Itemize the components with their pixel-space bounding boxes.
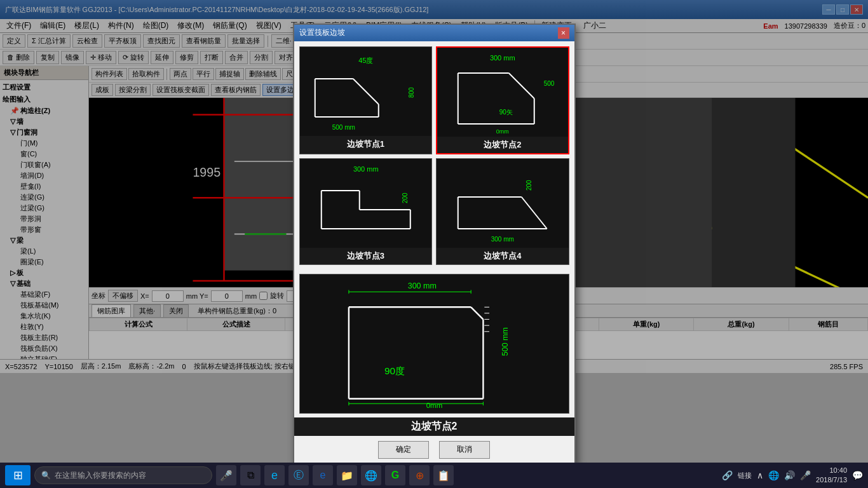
node-cell-4[interactable]: 200 300 mm 边坡节点4 (436, 158, 569, 265)
large-preview-label: 边坡节点2 (294, 417, 574, 436)
node-label-1: 边坡节点1 (300, 136, 432, 152)
svg-text:45度: 45度 (358, 57, 373, 64)
modal-footer: 确定 取消 (294, 436, 574, 464)
svg-text:300 mm: 300 mm (353, 165, 378, 173)
taskbar-edge[interactable]: e (264, 465, 285, 485)
taskbar-ie2[interactable]: e (313, 465, 333, 485)
svg-text:500: 500 (544, 80, 555, 87)
large-preview: 300 mm 500 mm 90度 (299, 274, 569, 414)
taskbar-network: 🌐 (768, 470, 779, 480)
taskbar-speaker: 🔊 (784, 470, 795, 480)
modal-title-text: 设置筏板边坡 (299, 27, 345, 38)
svg-text:90矢: 90矢 (499, 109, 513, 116)
taskbar-link-text: 链接 (738, 471, 752, 480)
taskbar-folder[interactable]: 📁 (337, 465, 357, 485)
modal-dialog: 设置筏板边坡 × 45度 500 mm (293, 24, 576, 465)
node-svg-4: 200 300 mm (437, 159, 569, 248)
svg-text:200: 200 (526, 179, 532, 190)
large-preview-svg: 300 mm 500 mm 90度 (300, 274, 569, 413)
taskbar-right: 🔗 链接 ∧ 🌐 🔊 🎤 10:40 2018/7/13 💬 (722, 466, 863, 485)
svg-line-38 (353, 79, 378, 104)
svg-text:90度: 90度 (384, 365, 404, 376)
taskbar-task-view[interactable]: ⧉ (240, 465, 261, 485)
svg-text:500 mm: 500 mm (500, 327, 509, 356)
svg-text:300 mm: 300 mm (407, 281, 436, 290)
modal-grid: 45度 500 mm 800 边坡节点1 (294, 41, 574, 270)
node-svg-3: 300 mm 200 (300, 159, 432, 248)
node-label-2: 边坡节点2 (437, 137, 568, 153)
node-svg-1: 45度 500 mm 800 (300, 47, 432, 136)
taskbar-notification[interactable]: 💬 (852, 470, 863, 480)
search-bar[interactable]: 🔍 在这里输入你要搜索的内容 (34, 466, 212, 484)
taskbar-link-icon: 🔗 (722, 470, 733, 480)
modal-title-bar: 设置筏板边坡 × (294, 25, 574, 41)
svg-text:0mm: 0mm (496, 128, 509, 135)
taskbar-app1[interactable]: ⊕ (409, 465, 430, 485)
svg-text:300 mm: 300 mm (491, 236, 514, 243)
taskbar-mic: 🎤 (800, 470, 811, 480)
svg-text:500 mm: 500 mm (332, 124, 355, 131)
start-button[interactable]: ⊞ (5, 465, 31, 485)
clock-time: 10:40 (816, 466, 847, 475)
node-svg-2: 300 mm 500 90矢 0mm (437, 48, 568, 137)
taskbar: ⊞ 🔍 在这里输入你要搜索的内容 🎤 ⧉ e Ⓔ e 📁 🌐 G ⊕ 📋 🔗 链… (0, 463, 868, 488)
system-clock: 10:40 2018/7/13 (816, 466, 847, 485)
modal-cancel-button[interactable]: 取消 (439, 441, 490, 459)
node-canvas-2: 300 mm 500 90矢 0mm (437, 48, 568, 137)
search-icon: 🔍 (41, 471, 51, 480)
node-label-4: 边坡节点4 (437, 248, 569, 264)
modal-confirm-button[interactable]: 确定 (378, 441, 429, 459)
svg-text:200: 200 (401, 192, 408, 203)
taskbar-cortana[interactable]: 🎤 (216, 465, 236, 485)
modal-overlay: 设置筏板边坡 × 45度 500 mm (0, 0, 868, 488)
node-cell-2[interactable]: 300 mm 500 90矢 0mm 边坡节点2 (436, 46, 569, 154)
search-placeholder: 在这里输入你要搜索的内容 (55, 470, 146, 481)
svg-text:800: 800 (407, 86, 414, 97)
svg-line-48 (509, 73, 534, 98)
modal-close-button[interactable]: × (558, 27, 569, 39)
svg-line-64 (522, 197, 547, 229)
taskbar-ie[interactable]: Ⓔ (288, 465, 309, 485)
svg-line-73 (471, 307, 483, 319)
node-canvas-1: 45度 500 mm 800 (300, 47, 432, 136)
clock-date: 2018/7/13 (816, 475, 847, 485)
taskbar-caret[interactable]: ∧ (757, 470, 763, 480)
node-label-3: 边坡节点3 (300, 248, 432, 264)
svg-text:0mm: 0mm (426, 401, 442, 409)
node-canvas-3: 300 mm 200 (300, 159, 432, 248)
svg-text:300 mm: 300 mm (490, 54, 515, 62)
node-cell-3[interactable]: 300 mm 200 边坡节点3 (299, 158, 433, 265)
taskbar-app2[interactable]: 📋 (433, 465, 454, 485)
taskbar-g[interactable]: G (385, 465, 405, 485)
node-cell-1[interactable]: 45度 500 mm 800 边坡节点1 (299, 46, 433, 154)
taskbar-globe[interactable]: 🌐 (361, 465, 381, 485)
node-canvas-4: 200 300 mm (437, 159, 569, 248)
